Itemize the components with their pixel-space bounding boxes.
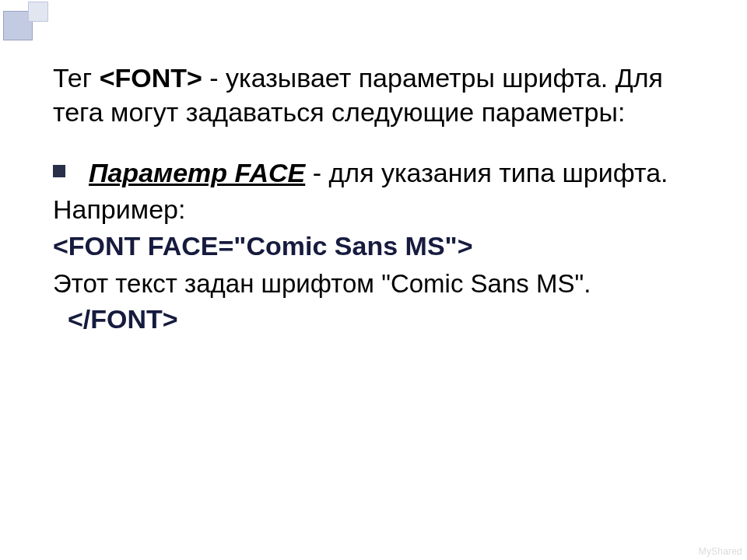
bullet-list-item: Параметр FACE - для указания типа шрифта… xyxy=(53,156,716,190)
slide: Тег <FONT> - указывает параметры шрифта.… xyxy=(0,0,747,560)
watermark: MyShared xyxy=(699,546,742,557)
intro-prefix: Тег xyxy=(53,63,100,93)
face-parameter-label: Параметр FACE xyxy=(89,158,305,187)
comic-sans-line: Этот текст задан шрифтом "Comic Sans MS"… xyxy=(53,266,716,338)
bullet-text: Параметр FACE - для указания типа шрифта… xyxy=(89,156,668,190)
content-area: Тег <FONT> - указывает параметры шрифта.… xyxy=(53,61,716,338)
corner-decoration xyxy=(3,11,53,40)
deco-square-small xyxy=(28,2,48,22)
face-parameter-rest: - для указания типа шрифта. xyxy=(305,158,668,187)
code-open-tag: <FONT FACE="Comic Sans MS"> xyxy=(53,229,716,264)
font-tag-literal: <FONT> xyxy=(100,63,202,93)
code-close-tag: </FONT> xyxy=(53,304,178,334)
square-bullet-icon xyxy=(53,165,65,177)
intro-paragraph: Тег <FONT> - указывает параметры шрифта.… xyxy=(53,61,716,129)
comic-sans-text: Этот текст задан шрифтом "Comic Sans MS"… xyxy=(53,269,591,298)
example-label: Например: xyxy=(53,192,716,228)
